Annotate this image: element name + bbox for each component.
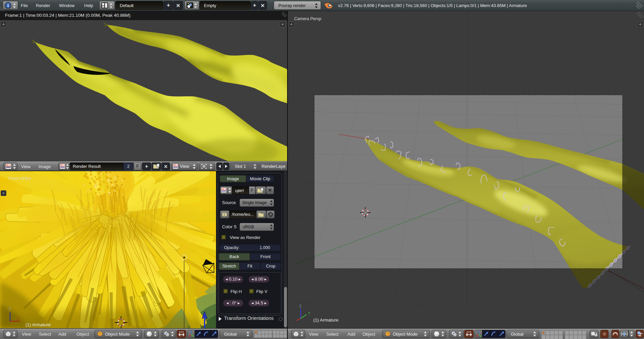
svg-text:Y: Y — [308, 311, 311, 315]
svg-text:Z: Z — [9, 307, 11, 311]
svg-text:Z: Z — [299, 304, 302, 308]
svg-text:x: x — [17, 316, 19, 320]
svg-text:i: i — [7, 3, 9, 8]
